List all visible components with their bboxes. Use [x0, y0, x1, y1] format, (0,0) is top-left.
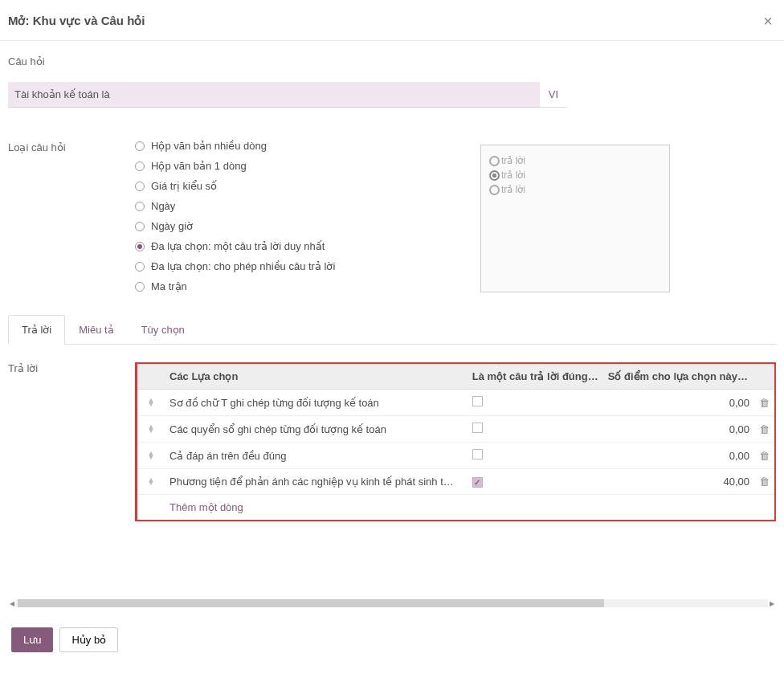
cell-score[interactable]: 0,00 [603, 390, 754, 416]
col-choice[interactable]: Các Lựa chọn [165, 364, 468, 390]
preview-option: trả lời [489, 155, 661, 166]
trash-icon[interactable]: 🗑 [754, 443, 774, 469]
col-correct[interactable]: Là một câu trả lời đúng… [468, 364, 603, 390]
preview-text: trả lời [501, 155, 525, 166]
col-handle [137, 364, 165, 390]
preview-text: trả lời [501, 184, 525, 195]
radio-date[interactable]: Ngày [135, 200, 480, 212]
language-badge[interactable]: VI [540, 82, 567, 108]
trash-icon[interactable]: 🗑 [754, 390, 774, 416]
answers-table-wrap: Các Lựa chọn Là một câu trả lời đúng… Số… [135, 362, 776, 521]
answers-table: Các Lựa chọn Là một câu trả lời đúng… Số… [137, 364, 774, 520]
radio-icon [135, 282, 145, 292]
cell-choice[interactable]: Phương tiện để phản ánh các nghiệp vụ ki… [165, 469, 468, 495]
radio-multichoice-multi[interactable]: Đa lựa chọn: cho phép nhiều câu trả lời [135, 260, 480, 272]
radio-icon [135, 161, 145, 171]
tab-options[interactable]: Tùy chọn [128, 315, 198, 345]
cell-correct[interactable] [468, 416, 603, 443]
modal-footer: Lưu Hủy bỏ [0, 616, 784, 668]
checkbox-icon[interactable] [472, 449, 483, 459]
cell-choice[interactable]: Các quyển sổ ghi chép từng đối tượng kế … [165, 416, 468, 443]
preview-option: trả lời [489, 184, 661, 195]
table-row[interactable]: Cả đáp án trên đều đúng 0,00 🗑 [137, 443, 774, 469]
checkbox-icon[interactable] [472, 423, 483, 433]
radio-numeric[interactable]: Giá trị kiểu số [135, 180, 480, 192]
question-input-wrap: VI [8, 82, 567, 108]
table-header-row: Các Lựa chọn Là một câu trả lời đúng… Số… [137, 364, 774, 390]
cell-score[interactable]: 40,00 [603, 469, 754, 495]
drag-handle-icon[interactable] [137, 469, 165, 495]
radio-label: Hộp văn bản 1 dòng [151, 160, 247, 172]
answers-label: Trả lời [8, 362, 135, 521]
table-row[interactable]: Phương tiện để phản ánh các nghiệp vụ ki… [137, 469, 774, 495]
tab-answers[interactable]: Trả lời [8, 315, 65, 345]
checkbox-icon[interactable] [472, 396, 483, 406]
cell-correct[interactable] [468, 390, 603, 416]
cell-score[interactable]: 0,00 [603, 416, 754, 443]
question-type-label: Loại câu hỏi [8, 140, 135, 292]
radio-icon [135, 242, 145, 251]
cancel-button[interactable]: Hủy bỏ [59, 627, 118, 652]
radio-singleline-text[interactable]: Hộp văn bản 1 dòng [135, 160, 480, 172]
table-row[interactable]: Sơ đồ chữ T ghi chép từng đối tượng kế t… [137, 390, 774, 416]
radio-label: Ma trận [151, 280, 187, 292]
radio-label: Hộp văn bản nhiều dòng [151, 140, 267, 152]
chevron-right-icon[interactable]: ▶ [768, 600, 776, 607]
radio-icon [135, 202, 145, 211]
radio-icon [135, 182, 145, 191]
drag-handle-icon[interactable] [137, 443, 165, 469]
scrollbar-thumb[interactable] [18, 599, 604, 607]
radio-label: Đa lựa chọn: một câu trả lời duy nhất [151, 240, 325, 252]
radio-icon [489, 156, 500, 166]
radio-matrix[interactable]: Ma trận [135, 280, 480, 292]
trash-icon[interactable]: 🗑 [754, 469, 774, 495]
add-row-label[interactable]: Thêm một dòng [137, 495, 774, 521]
checkbox-icon[interactable] [472, 477, 483, 488]
radio-label: Ngày [151, 200, 175, 212]
drag-handle-icon[interactable] [137, 390, 165, 416]
radio-icon [135, 141, 145, 151]
radio-label: Đa lựa chọn: cho phép nhiều câu trả lời [151, 260, 335, 272]
radio-icon [489, 170, 500, 181]
close-icon[interactable]: × [763, 13, 773, 29]
col-trash [754, 364, 774, 390]
modal-header: Mở: Khu vực và Câu hỏi × [0, 0, 784, 41]
radio-icon [135, 262, 145, 272]
tab-content: Trả lời Các Lựa chọn Là một câu trả lời … [8, 345, 776, 521]
scrollbar-track[interactable] [16, 599, 768, 607]
question-type-section: Loại câu hỏi Hộp văn bản nhiều dòng Hộp … [8, 140, 776, 292]
radio-label: Ngày giờ [151, 220, 193, 232]
horizontal-scrollbar[interactable]: ◀ ▶ [8, 598, 776, 608]
question-label: Câu hỏi [8, 55, 776, 67]
trash-icon[interactable]: 🗑 [754, 416, 774, 443]
col-score[interactable]: Số điểm cho lựa chọn này… [603, 364, 754, 390]
radio-label: Giá trị kiểu số [151, 180, 217, 192]
cell-choice[interactable]: Sơ đồ chữ T ghi chép từng đối tượng kế t… [165, 390, 468, 416]
cell-correct[interactable] [468, 443, 603, 469]
question-type-options: Hộp văn bản nhiều dòng Hộp văn bản 1 dòn… [135, 140, 480, 292]
radio-icon [135, 222, 145, 231]
add-row[interactable]: Thêm một dòng [137, 495, 774, 521]
save-button[interactable]: Lưu [11, 627, 53, 652]
drag-handle-icon[interactable] [137, 416, 165, 443]
tabs: Trả lời Miêu tả Tùy chọn [8, 315, 776, 345]
radio-datetime[interactable]: Ngày giờ [135, 220, 480, 232]
modal-title: Mở: Khu vực và Câu hỏi [8, 14, 145, 28]
cell-choice[interactable]: Cả đáp án trên đều đúng [165, 443, 468, 469]
chevron-left-icon[interactable]: ◀ [8, 600, 16, 607]
radio-multichoice-single[interactable]: Đa lựa chọn: một câu trả lời duy nhất [135, 240, 480, 252]
preview-box: trả lời trả lời trả lời [480, 145, 670, 292]
radio-multiline-text[interactable]: Hộp văn bản nhiều dòng [135, 140, 480, 152]
tab-description[interactable]: Miêu tả [65, 315, 127, 345]
radio-icon [489, 185, 500, 195]
preview-option: trả lời [489, 169, 661, 181]
preview-text: trả lời [501, 169, 525, 181]
question-input[interactable] [8, 82, 540, 108]
modal-body: Câu hỏi VI Loại câu hỏi Hộp văn bản nhiề… [0, 41, 784, 616]
cell-correct[interactable] [468, 469, 603, 495]
cell-score[interactable]: 0,00 [603, 443, 754, 469]
table-row[interactable]: Các quyển sổ ghi chép từng đối tượng kế … [137, 416, 774, 443]
